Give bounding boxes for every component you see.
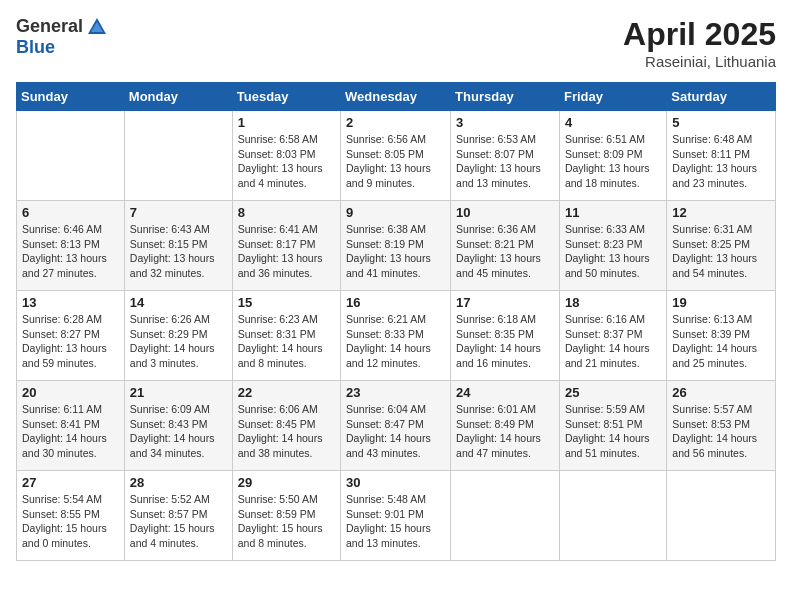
col-header-sunday: Sunday: [17, 83, 125, 111]
calendar-cell: 12Sunrise: 6:31 AM Sunset: 8:25 PM Dayli…: [667, 201, 776, 291]
calendar-header: SundayMondayTuesdayWednesdayThursdayFrid…: [17, 83, 776, 111]
day-info: Sunrise: 6:48 AM Sunset: 8:11 PM Dayligh…: [672, 132, 770, 191]
calendar-cell: 1Sunrise: 6:58 AM Sunset: 8:03 PM Daylig…: [232, 111, 340, 201]
calendar-cell: 21Sunrise: 6:09 AM Sunset: 8:43 PM Dayli…: [124, 381, 232, 471]
day-info: Sunrise: 6:11 AM Sunset: 8:41 PM Dayligh…: [22, 402, 119, 461]
day-info: Sunrise: 6:53 AM Sunset: 8:07 PM Dayligh…: [456, 132, 554, 191]
col-header-monday: Monday: [124, 83, 232, 111]
day-number: 12: [672, 205, 770, 220]
day-number: 21: [130, 385, 227, 400]
day-number: 28: [130, 475, 227, 490]
day-info: Sunrise: 6:09 AM Sunset: 8:43 PM Dayligh…: [130, 402, 227, 461]
day-number: 9: [346, 205, 445, 220]
day-info: Sunrise: 6:31 AM Sunset: 8:25 PM Dayligh…: [672, 222, 770, 281]
calendar-cell: 28Sunrise: 5:52 AM Sunset: 8:57 PM Dayli…: [124, 471, 232, 561]
day-info: Sunrise: 6:36 AM Sunset: 8:21 PM Dayligh…: [456, 222, 554, 281]
day-info: Sunrise: 5:59 AM Sunset: 8:51 PM Dayligh…: [565, 402, 661, 461]
day-info: Sunrise: 5:48 AM Sunset: 9:01 PM Dayligh…: [346, 492, 445, 551]
day-info: Sunrise: 6:04 AM Sunset: 8:47 PM Dayligh…: [346, 402, 445, 461]
calendar-cell: 24Sunrise: 6:01 AM Sunset: 8:49 PM Dayli…: [451, 381, 560, 471]
page-header: General Blue April 2025 Raseiniai, Lithu…: [16, 16, 776, 70]
location-title: Raseiniai, Lithuania: [623, 53, 776, 70]
calendar-table: SundayMondayTuesdayWednesdayThursdayFrid…: [16, 82, 776, 561]
week-row-4: 20Sunrise: 6:11 AM Sunset: 8:41 PM Dayli…: [17, 381, 776, 471]
day-number: 18: [565, 295, 661, 310]
day-number: 25: [565, 385, 661, 400]
calendar-cell: 18Sunrise: 6:16 AM Sunset: 8:37 PM Dayli…: [559, 291, 666, 381]
calendar-cell: 26Sunrise: 5:57 AM Sunset: 8:53 PM Dayli…: [667, 381, 776, 471]
day-info: Sunrise: 6:06 AM Sunset: 8:45 PM Dayligh…: [238, 402, 335, 461]
calendar-cell: [124, 111, 232, 201]
col-header-friday: Friday: [559, 83, 666, 111]
week-row-1: 1Sunrise: 6:58 AM Sunset: 8:03 PM Daylig…: [17, 111, 776, 201]
col-header-thursday: Thursday: [451, 83, 560, 111]
day-info: Sunrise: 6:33 AM Sunset: 8:23 PM Dayligh…: [565, 222, 661, 281]
calendar-cell: 22Sunrise: 6:06 AM Sunset: 8:45 PM Dayli…: [232, 381, 340, 471]
week-row-2: 6Sunrise: 6:46 AM Sunset: 8:13 PM Daylig…: [17, 201, 776, 291]
calendar-cell: 23Sunrise: 6:04 AM Sunset: 8:47 PM Dayli…: [341, 381, 451, 471]
logo: General Blue: [16, 16, 108, 58]
calendar-cell: 10Sunrise: 6:36 AM Sunset: 8:21 PM Dayli…: [451, 201, 560, 291]
day-info: Sunrise: 6:26 AM Sunset: 8:29 PM Dayligh…: [130, 312, 227, 371]
col-header-tuesday: Tuesday: [232, 83, 340, 111]
calendar-cell: 14Sunrise: 6:26 AM Sunset: 8:29 PM Dayli…: [124, 291, 232, 381]
day-number: 7: [130, 205, 227, 220]
calendar-cell: 6Sunrise: 6:46 AM Sunset: 8:13 PM Daylig…: [17, 201, 125, 291]
calendar-cell: 17Sunrise: 6:18 AM Sunset: 8:35 PM Dayli…: [451, 291, 560, 381]
col-header-saturday: Saturday: [667, 83, 776, 111]
calendar-cell: 29Sunrise: 5:50 AM Sunset: 8:59 PM Dayli…: [232, 471, 340, 561]
day-info: Sunrise: 6:56 AM Sunset: 8:05 PM Dayligh…: [346, 132, 445, 191]
calendar-cell: [17, 111, 125, 201]
col-header-wednesday: Wednesday: [341, 83, 451, 111]
day-number: 30: [346, 475, 445, 490]
day-info: Sunrise: 6:46 AM Sunset: 8:13 PM Dayligh…: [22, 222, 119, 281]
day-info: Sunrise: 5:52 AM Sunset: 8:57 PM Dayligh…: [130, 492, 227, 551]
day-number: 23: [346, 385, 445, 400]
calendar-cell: [451, 471, 560, 561]
day-number: 16: [346, 295, 445, 310]
day-number: 13: [22, 295, 119, 310]
day-info: Sunrise: 6:43 AM Sunset: 8:15 PM Dayligh…: [130, 222, 227, 281]
day-info: Sunrise: 6:28 AM Sunset: 8:27 PM Dayligh…: [22, 312, 119, 371]
day-info: Sunrise: 6:58 AM Sunset: 8:03 PM Dayligh…: [238, 132, 335, 191]
day-number: 26: [672, 385, 770, 400]
day-number: 8: [238, 205, 335, 220]
calendar-cell: 9Sunrise: 6:38 AM Sunset: 8:19 PM Daylig…: [341, 201, 451, 291]
day-info: Sunrise: 6:51 AM Sunset: 8:09 PM Dayligh…: [565, 132, 661, 191]
day-number: 10: [456, 205, 554, 220]
week-row-3: 13Sunrise: 6:28 AM Sunset: 8:27 PM Dayli…: [17, 291, 776, 381]
day-number: 19: [672, 295, 770, 310]
day-info: Sunrise: 6:16 AM Sunset: 8:37 PM Dayligh…: [565, 312, 661, 371]
day-number: 27: [22, 475, 119, 490]
calendar-cell: 2Sunrise: 6:56 AM Sunset: 8:05 PM Daylig…: [341, 111, 451, 201]
calendar-cell: 30Sunrise: 5:48 AM Sunset: 9:01 PM Dayli…: [341, 471, 451, 561]
day-number: 24: [456, 385, 554, 400]
calendar-cell: 15Sunrise: 6:23 AM Sunset: 8:31 PM Dayli…: [232, 291, 340, 381]
title-block: April 2025 Raseiniai, Lithuania: [623, 16, 776, 70]
calendar-cell: 11Sunrise: 6:33 AM Sunset: 8:23 PM Dayli…: [559, 201, 666, 291]
day-info: Sunrise: 5:54 AM Sunset: 8:55 PM Dayligh…: [22, 492, 119, 551]
day-number: 11: [565, 205, 661, 220]
calendar-cell: 5Sunrise: 6:48 AM Sunset: 8:11 PM Daylig…: [667, 111, 776, 201]
day-number: 6: [22, 205, 119, 220]
calendar-cell: 13Sunrise: 6:28 AM Sunset: 8:27 PM Dayli…: [17, 291, 125, 381]
week-row-5: 27Sunrise: 5:54 AM Sunset: 8:55 PM Dayli…: [17, 471, 776, 561]
day-info: Sunrise: 6:18 AM Sunset: 8:35 PM Dayligh…: [456, 312, 554, 371]
day-number: 29: [238, 475, 335, 490]
calendar-cell: 3Sunrise: 6:53 AM Sunset: 8:07 PM Daylig…: [451, 111, 560, 201]
day-number: 20: [22, 385, 119, 400]
day-number: 3: [456, 115, 554, 130]
month-title: April 2025: [623, 16, 776, 53]
day-info: Sunrise: 6:13 AM Sunset: 8:39 PM Dayligh…: [672, 312, 770, 371]
calendar-cell: 19Sunrise: 6:13 AM Sunset: 8:39 PM Dayli…: [667, 291, 776, 381]
day-number: 2: [346, 115, 445, 130]
logo-general: General: [16, 17, 83, 37]
day-number: 17: [456, 295, 554, 310]
day-number: 22: [238, 385, 335, 400]
day-info: Sunrise: 6:41 AM Sunset: 8:17 PM Dayligh…: [238, 222, 335, 281]
calendar-cell: 16Sunrise: 6:21 AM Sunset: 8:33 PM Dayli…: [341, 291, 451, 381]
logo-icon: [86, 16, 108, 38]
calendar-cell: [667, 471, 776, 561]
day-number: 5: [672, 115, 770, 130]
calendar-cell: 27Sunrise: 5:54 AM Sunset: 8:55 PM Dayli…: [17, 471, 125, 561]
